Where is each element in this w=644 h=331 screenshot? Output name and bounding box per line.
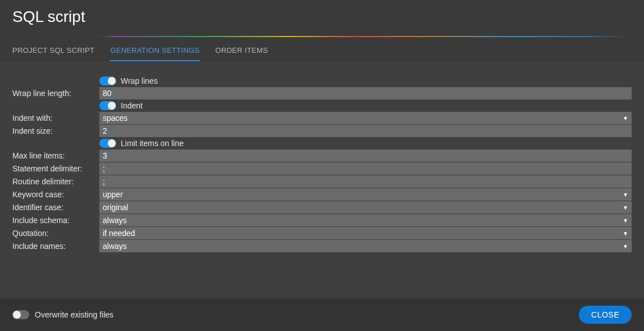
keyword-case-select[interactable]: upper	[99, 188, 632, 201]
limit-items-toggle[interactable]	[99, 139, 116, 148]
routine-delimiter-label: Routine delimiter:	[12, 175, 99, 188]
include-schema-select[interactable]: always	[99, 214, 632, 226]
indent-toggle[interactable]	[99, 101, 116, 110]
indent-with-label: Indent with:	[12, 112, 99, 124]
overwrite-label: Overwrite existing files	[35, 310, 113, 319]
dialog-title: SQL script	[12, 8, 632, 26]
indent-size-input[interactable]	[99, 125, 632, 137]
accent-divider	[0, 36, 644, 37]
tab-project-sql-script[interactable]: PROJECT SQL SCRIPT	[12, 43, 94, 61]
identifier-case-select[interactable]: original	[99, 201, 632, 214]
include-names-select[interactable]: always	[99, 240, 632, 252]
tab-bar: PROJECT SQL SCRIPT GENERATION SETTINGS O…	[0, 37, 644, 62]
indent-size-label: Indent size:	[12, 125, 99, 137]
statement-delimiter-label: Statement delimiter:	[12, 162, 99, 175]
include-schema-label: Include schema:	[12, 214, 99, 226]
footer: Overwrite existing files CLOSE	[0, 298, 644, 331]
max-line-items-input[interactable]	[99, 149, 632, 162]
statement-delimiter-input[interactable]	[99, 162, 632, 175]
settings-panel: Wrap lines Wrap line length: Indent Inde…	[0, 62, 644, 298]
settings-form: Wrap lines Wrap line length: Indent Inde…	[12, 75, 632, 252]
tab-order-items[interactable]: ORDER ITEMS	[216, 43, 268, 61]
include-names-label: Include names:	[12, 240, 99, 252]
tab-generation-settings[interactable]: GENERATION SETTINGS	[110, 43, 199, 61]
wrap-line-length-label: Wrap line length:	[12, 87, 99, 99]
routine-delimiter-input[interactable]	[99, 175, 632, 188]
titlebar: SQL script	[0, 0, 644, 36]
indent-label: Indent	[121, 101, 143, 110]
quotation-label: Quotation:	[12, 227, 99, 239]
overwrite-toggle[interactable]	[12, 310, 29, 319]
indent-with-select[interactable]: spaces	[99, 112, 632, 124]
wrap-lines-toggle[interactable]	[99, 76, 116, 85]
close-button[interactable]: CLOSE	[579, 306, 632, 324]
keyword-case-label: Keyword case:	[12, 188, 99, 201]
dialog-window: SQL script PROJECT SQL SCRIPT GENERATION…	[0, 0, 644, 331]
wrap-lines-label: Wrap lines	[121, 76, 158, 85]
quotation-select[interactable]: if needed	[99, 227, 632, 239]
wrap-line-length-input[interactable]	[99, 87, 632, 99]
max-line-items-label: Max line items:	[12, 149, 99, 162]
limit-items-label: Limit items on line	[121, 139, 184, 148]
identifier-case-label: Identifier case:	[12, 201, 99, 214]
